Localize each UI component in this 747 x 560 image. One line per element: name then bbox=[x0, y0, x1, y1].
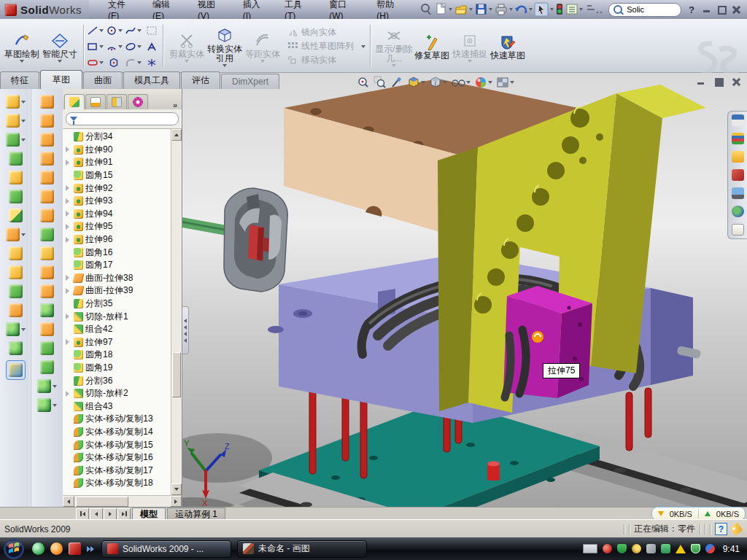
tree-item[interactable]: 分割34 bbox=[66, 131, 171, 144]
feature-tool-icon[interactable] bbox=[6, 95, 26, 109]
model-tab[interactable]: 模型 bbox=[132, 508, 166, 520]
tree-item[interactable]: 实体-移动/复制16 bbox=[66, 451, 171, 464]
rectangle-tool[interactable] bbox=[85, 39, 104, 55]
command-tab[interactable]: 评估 bbox=[181, 71, 220, 89]
sprue-clamp[interactable] bbox=[224, 188, 287, 292]
nav-last-button[interactable] bbox=[117, 508, 131, 520]
appearances-icon[interactable] bbox=[732, 169, 744, 181]
solidworks-quicklaunch-icon[interactable] bbox=[69, 542, 81, 555]
network-icon[interactable] bbox=[661, 544, 670, 553]
overflow-icon[interactable] bbox=[587, 6, 602, 13]
open-dropdown[interactable] bbox=[469, 8, 473, 11]
feature-tool-icon[interactable] bbox=[6, 322, 26, 336]
tree-item[interactable]: 拉伸95 bbox=[66, 220, 171, 233]
tree-item[interactable]: 拉伸90 bbox=[66, 144, 171, 157]
tree-item[interactable]: 圆角18 bbox=[66, 349, 171, 362]
expand-arrow[interactable] bbox=[66, 391, 69, 397]
options-dropdown[interactable] bbox=[579, 8, 583, 11]
sketch-button[interactable]: 草图绘制 bbox=[3, 31, 41, 63]
resources-home-icon[interactable] bbox=[732, 114, 744, 126]
tree-horizontal-scrollbar[interactable] bbox=[63, 495, 182, 507]
insert-block[interactable] bbox=[503, 286, 592, 398]
panel-overflow-chevron[interactable]: » bbox=[170, 101, 180, 109]
command-tab[interactable]: 特征 bbox=[0, 71, 39, 89]
taskbar-clock[interactable]: 9:41 bbox=[723, 544, 740, 554]
taskbar-window-button[interactable]: SolidWorks 2009 - ... bbox=[101, 540, 231, 558]
surface-tool-icon[interactable] bbox=[40, 152, 54, 166]
expand-arrow[interactable] bbox=[66, 198, 69, 204]
file-explorer-icon[interactable] bbox=[732, 151, 744, 163]
tree-item[interactable]: 拉伸92 bbox=[66, 182, 171, 195]
model-scene[interactable]: Y Z X bbox=[182, 73, 747, 507]
nav-next-button[interactable] bbox=[104, 508, 117, 520]
defender-shield-icon[interactable] bbox=[691, 544, 700, 553]
expand-arrow[interactable] bbox=[66, 314, 69, 319]
feature-tool-icon[interactable] bbox=[9, 303, 23, 317]
new-dropdown[interactable] bbox=[449, 8, 452, 11]
repair-sketch-button[interactable]: 修复草图 bbox=[413, 32, 451, 61]
scroll-down-button[interactable] bbox=[171, 483, 182, 495]
drag-drop-icon[interactable] bbox=[732, 206, 744, 217]
edit-appearance-icon[interactable] bbox=[473, 75, 493, 90]
new-document-icon[interactable] bbox=[437, 4, 445, 14]
smart-dimension-button[interactable]: 智能尺寸 bbox=[41, 31, 79, 63]
tree-item[interactable]: 曲面-拉伸38 bbox=[66, 272, 171, 285]
tree-item[interactable]: 实体-移动/复制15 bbox=[66, 438, 171, 451]
feature-tool-icon[interactable] bbox=[9, 209, 23, 222]
custom-properties-icon[interactable] bbox=[732, 224, 744, 236]
surface-tool-icon[interactable] bbox=[40, 341, 54, 355]
expand-arrow[interactable] bbox=[66, 339, 69, 345]
tree-item[interactable]: 圆角15 bbox=[66, 169, 171, 182]
help-icon[interactable]: ? bbox=[689, 4, 697, 15]
expand-arrow[interactable] bbox=[66, 275, 69, 281]
start-button[interactable] bbox=[3, 538, 25, 560]
restore-button[interactable] bbox=[716, 5, 727, 14]
stop-pin[interactable] bbox=[487, 462, 500, 481]
circle-tool[interactable] bbox=[104, 23, 123, 39]
feature-tool-icon[interactable] bbox=[6, 360, 26, 380]
save-icon[interactable] bbox=[476, 4, 486, 14]
search-input[interactable] bbox=[625, 4, 669, 15]
view-orientation-icon[interactable] bbox=[406, 75, 426, 90]
surface-tool-icon[interactable] bbox=[40, 246, 54, 260]
feature-tool-icon[interactable] bbox=[9, 265, 23, 279]
surface-tool-icon[interactable] bbox=[40, 133, 54, 147]
surface-tool-icon[interactable] bbox=[40, 95, 54, 109]
tree-item[interactable]: 圆角17 bbox=[66, 259, 171, 272]
motion-study-tab[interactable]: 运动算例 1 bbox=[167, 508, 225, 520]
tree-item[interactable]: 分割36 bbox=[66, 374, 171, 387]
featuremanager-tab[interactable] bbox=[64, 94, 85, 109]
rapid-sketch-button[interactable]: 快速草图 bbox=[489, 32, 527, 61]
propertymanager-tab[interactable] bbox=[85, 94, 106, 109]
search-icon[interactable] bbox=[614, 5, 622, 14]
feature-tool-icon[interactable] bbox=[6, 133, 26, 147]
tree-item[interactable]: 分割35 bbox=[66, 298, 171, 311]
feature-tool-icon[interactable] bbox=[9, 284, 23, 298]
undo-icon[interactable] bbox=[515, 7, 526, 13]
zoom-area-icon[interactable] bbox=[373, 75, 387, 90]
hide-show-items-icon[interactable] bbox=[450, 75, 471, 90]
print-icon[interactable] bbox=[496, 4, 506, 15]
scroll-up-button[interactable] bbox=[171, 129, 182, 141]
tree-item[interactable]: 实体-移动/复制13 bbox=[66, 413, 171, 426]
feature-tool-icon[interactable] bbox=[6, 114, 26, 128]
tree-item[interactable]: 拉伸94 bbox=[66, 208, 171, 221]
expand-arrow[interactable] bbox=[66, 224, 69, 230]
tree-item[interactable]: 拉伸91 bbox=[66, 156, 171, 169]
surface-tool-icon[interactable] bbox=[40, 284, 54, 298]
design-library-icon[interactable] bbox=[732, 133, 744, 144]
input-method-keyboard-icon[interactable] bbox=[583, 544, 597, 553]
sketch-dropdown[interactable] bbox=[20, 60, 24, 63]
arc-tool[interactable] bbox=[104, 39, 123, 55]
tree-item[interactable]: 实体-移动/复制14 bbox=[66, 426, 171, 439]
doc-minimize-button[interactable] bbox=[696, 77, 706, 86]
undo-dropdown[interactable] bbox=[529, 8, 533, 11]
surface-tool-icon[interactable] bbox=[40, 209, 54, 222]
expand-arrow[interactable] bbox=[66, 185, 69, 191]
surface-tool-icon[interactable] bbox=[37, 398, 57, 412]
volume-icon[interactable] bbox=[646, 544, 656, 553]
open-folder-icon[interactable] bbox=[456, 6, 466, 14]
tree-item[interactable]: 实体-移动/复制17 bbox=[66, 464, 171, 477]
surface-tool-icon[interactable] bbox=[37, 379, 57, 393]
polygon-tool[interactable] bbox=[104, 55, 123, 71]
